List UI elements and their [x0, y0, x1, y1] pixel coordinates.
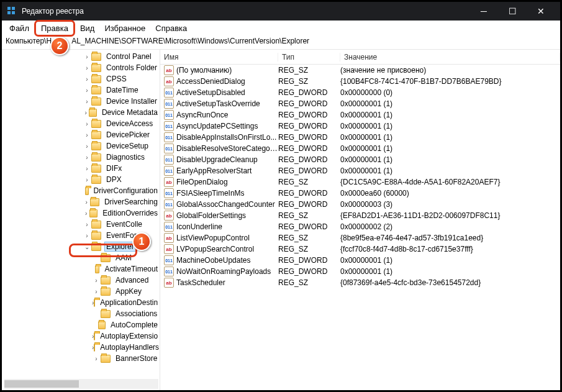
chevron-right-icon[interactable]: › — [83, 143, 91, 150]
tree-horizontal-scrollbar[interactable] — [4, 379, 158, 389]
list-row[interactable]: abLVPopupSearchControlREG_SZ{fccf70c8-f4… — [160, 244, 560, 255]
chevron-right-icon[interactable]: › — [83, 132, 91, 139]
list-row[interactable]: 011AsyncRunOnceREG_DWORD0x00000001 (1) — [160, 109, 560, 121]
tree-item[interactable]: ›Device Installer — [2, 96, 160, 107]
chevron-right-icon[interactable]: › — [83, 165, 91, 172]
address-bar[interactable]: Компьютер\HXXXXAL_MACHINE\SOFTWARE\Micro… — [2, 35, 560, 49]
list-row[interactable]: 011AsyncUpdatePCSettingsREG_DWORD0x00000… — [160, 121, 560, 132]
maximize-button[interactable]: ☐ — [498, 2, 527, 21]
chevron-right-icon[interactable]: › — [83, 53, 91, 60]
chevron-right-icon[interactable]: › — [83, 221, 91, 228]
address-text-left: Компьютер\H — [6, 37, 52, 45]
value-data: {EF8AD2D1-AE36-11D1-B2D2-006097DF8C11} — [340, 211, 560, 220]
tree-item-label: DPX — [104, 175, 124, 185]
chevron-right-icon[interactable]: › — [83, 154, 91, 161]
chevron-down-icon[interactable]: ⌄ — [83, 244, 91, 250]
list-row[interactable]: abTaskSchedulerREG_SZ{0f87369f-a4e5-4cfc… — [160, 277, 560, 288]
value-name: AsyncRunOnce — [176, 111, 278, 119]
minimize-button[interactable]: ─ — [469, 2, 498, 21]
tree-item[interactable]: ›ApplicationDestin — [2, 297, 160, 308]
tree-item[interactable]: ›DevicePicker — [2, 129, 160, 140]
list-view[interactable]: Имя Тип Значение ab(По умолчанию)REG_SZ(… — [160, 50, 560, 390]
dword-value-icon: 011 — [164, 132, 174, 142]
chevron-right-icon[interactable]: › — [83, 98, 91, 105]
list-row[interactable]: 011DisableUpgradeCleanupREG_DWORD0x00000… — [160, 154, 560, 165]
svg-rect-1 — [12, 7, 15, 10]
tree-item[interactable]: ›Device Metadata — [2, 107, 160, 118]
tree-item[interactable]: ›DateTime — [2, 84, 160, 96]
tree-item[interactable]: DriverConfiguration — [2, 185, 160, 196]
tree-item[interactable]: ›EventColle — [2, 219, 160, 230]
tree-item[interactable]: ›DeviceSetup — [2, 140, 160, 152]
chevron-right-icon[interactable]: › — [83, 121, 91, 127]
dword-value-icon: 011 — [164, 144, 174, 153]
list-row[interactable]: abListViewPopupControlREG_SZ{8be9f5ea-e7… — [160, 232, 560, 244]
tree-item[interactable]: ›DPX — [2, 174, 160, 185]
chevron-right-icon[interactable]: › — [83, 176, 91, 183]
tree-item[interactable]: ›DriverSearching — [2, 196, 160, 207]
tree-item[interactable]: ›DIFx — [2, 163, 160, 174]
list-row[interactable]: abGlobalFolderSettingsREG_SZ{EF8AD2D1-AE… — [160, 210, 560, 221]
tree-item[interactable]: ActivateTimeout — [2, 263, 160, 275]
value-name: (По умолчанию) — [176, 66, 278, 75]
tree-item[interactable]: ›CPSS — [2, 73, 160, 84]
dword-value-icon: 011 — [164, 255, 174, 265]
list-row[interactable]: ab(По умолчанию)REG_SZ(значение не присв… — [160, 65, 560, 76]
chevron-right-icon[interactable]: › — [83, 109, 89, 116]
list-row[interactable]: 011NoWaitOnRoamingPayloadsREG_DWORD0x000… — [160, 266, 560, 277]
tree-item[interactable]: ›BannerStore — [2, 353, 160, 364]
close-button[interactable]: ✕ — [527, 2, 555, 21]
list-row[interactable]: 011DisableResolveStoreCategoriesREG_DWOR… — [160, 143, 560, 154]
chevron-right-icon[interactable]: › — [83, 210, 89, 217]
tree-item[interactable]: ›Control Panel — [2, 51, 160, 62]
menu-edit[interactable]: Правка — [34, 20, 75, 37]
folder-icon — [91, 131, 101, 139]
chevron-right-icon[interactable]: › — [83, 76, 91, 83]
folder-icon — [91, 120, 101, 128]
value-data: 0x00000001 (1) — [340, 166, 560, 175]
list-row[interactable]: 011EarlyAppResolverStartREG_DWORD0x00000… — [160, 165, 560, 176]
chevron-right-icon[interactable]: › — [83, 65, 91, 71]
tree-item-label: Controls Folder — [104, 63, 159, 73]
chevron-right-icon[interactable]: › — [92, 277, 101, 284]
tree-item[interactable]: ›DeviceAccess — [2, 118, 160, 129]
header-type[interactable]: Тип — [278, 53, 340, 62]
tree-item[interactable]: ›EditionOverrides — [2, 207, 160, 219]
list-row[interactable]: 011GlobalAssocChangedCounterREG_DWORD0x0… — [160, 199, 560, 210]
chevron-right-icon[interactable]: › — [83, 87, 91, 94]
list-header[interactable]: Имя Тип Значение — [160, 50, 560, 65]
tree-item[interactable]: ›AutoplayHandlers — [2, 342, 160, 353]
chevron-right-icon[interactable]: › — [92, 355, 101, 362]
header-name[interactable]: Имя — [160, 53, 278, 62]
value-name: IconUnderline — [176, 222, 278, 231]
menu-view[interactable]: Вид — [75, 22, 100, 35]
list-row[interactable]: 011ActiveSetupDisabledREG_DWORD0x0000000… — [160, 87, 560, 98]
tree-item[interactable]: ›Controls Folder — [2, 62, 160, 73]
list-row[interactable]: 011MachineOobeUpdatesREG_DWORD0x00000001… — [160, 255, 560, 266]
tree-item[interactable]: Associations — [2, 308, 160, 319]
list-row[interactable]: 011DisableAppInstallsOnFirstLo...REG_DWO… — [160, 132, 560, 143]
chevron-right-icon[interactable]: › — [92, 288, 101, 295]
tree-item[interactable]: AutoComplete — [2, 319, 160, 330]
tree-item[interactable]: ›Diagnostics — [2, 152, 160, 163]
list-row[interactable]: 011FSIASleepTimeInMsREG_DWORD0x0000ea60 … — [160, 188, 560, 199]
header-value[interactable]: Значение — [340, 53, 560, 62]
tree-item-label: DateTime — [104, 85, 140, 95]
tree-item[interactable]: ›Advanced — [2, 275, 160, 286]
list-row[interactable]: abAccessDeniedDialogREG_SZ{100B4FC8-74C1… — [160, 76, 560, 87]
chevron-right-icon[interactable]: › — [83, 199, 90, 206]
list-row[interactable]: abFileOpenDialogREG_SZ{DC1C5A9C-E88A-4dd… — [160, 176, 560, 188]
menu-favorites[interactable]: Избранное — [99, 22, 150, 35]
tree-item[interactable]: ›AutoplayExtensio — [2, 330, 160, 342]
menu-file[interactable]: Файл — [4, 22, 34, 35]
tree-item[interactable]: ›AppKey — [2, 286, 160, 297]
title-bar[interactable]: Редактор реестра ─ ☐ ✕ — [2, 2, 560, 21]
list-row[interactable]: 011ActiveSetupTaskOverrideREG_DWORD0x000… — [160, 98, 560, 109]
dword-value-icon: 011 — [164, 222, 174, 232]
chevron-right-icon[interactable]: › — [83, 232, 91, 239]
list-row[interactable]: 011IconUnderlineREG_DWORD0x00000002 (2) — [160, 221, 560, 232]
tree-item[interactable]: AAM — [2, 252, 160, 263]
tree-view[interactable]: ›Control Panel›Controls Folder›CPSS›Date… — [2, 50, 160, 390]
menu-help[interactable]: Справка — [150, 22, 192, 35]
tree-item-label: AutoplayHandlers — [98, 342, 160, 352]
